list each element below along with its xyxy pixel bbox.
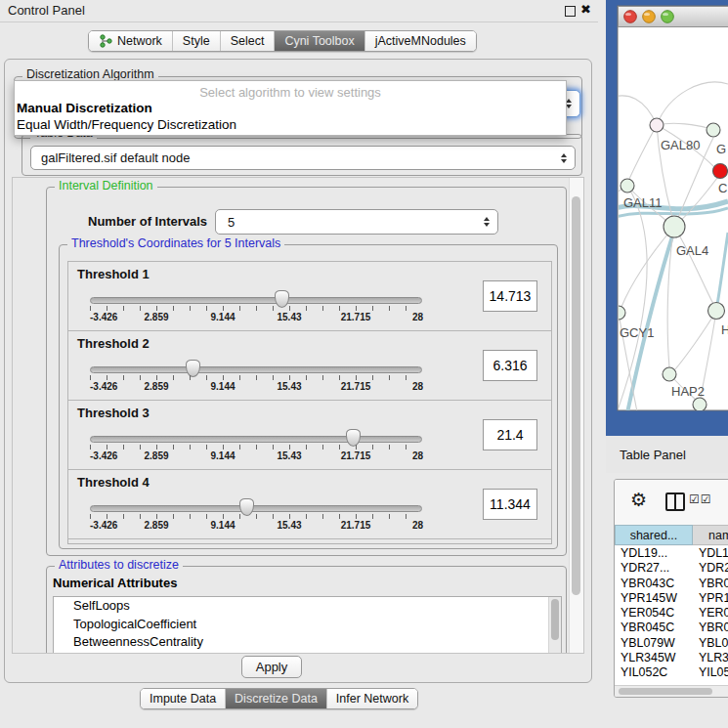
threshold-2-value-field[interactable]: 6.316 (483, 350, 537, 381)
slider-ticks (90, 445, 422, 450)
table-row[interactable]: YBR043CYBR043C (615, 577, 728, 591)
node-label: HAP2 (671, 384, 705, 399)
app-root: Control Panel ✖ Network Style Select Cyn… (0, 0, 728, 728)
tab-select[interactable]: Select (220, 31, 275, 51)
slider-track[interactable] (90, 505, 422, 512)
mac-minimize-icon[interactable] (643, 11, 656, 23)
scrollbar-thumb[interactable] (551, 599, 559, 640)
attributes-list: SelfLoops TopologicalCoefficient Between… (53, 596, 562, 654)
algorithm-dropdown-popup: Select algorithm to view settings Manual… (14, 80, 567, 136)
tab-infer-network[interactable]: Infer Network (326, 689, 417, 708)
threshold-4-value-field[interactable]: 11.344 (483, 489, 537, 520)
node[interactable] (708, 303, 725, 320)
settings-scrollbar[interactable] (569, 178, 583, 653)
highlight (663, 13, 668, 16)
list-item[interactable]: TopologicalCoefficient (54, 616, 561, 634)
columns-icon[interactable] (665, 492, 685, 511)
slider-tick-labels: -3.4262.8599.14415.4321.71528 (90, 450, 422, 462)
highlight (625, 13, 631, 16)
list-item[interactable]: SelfLoops (54, 597, 561, 616)
threshold-4-slider[interactable]: -3.4262.8599.14415.4321.71528 (90, 497, 422, 533)
column-header-shared-name[interactable]: shared... (615, 525, 693, 545)
node-gal4[interactable] (664, 216, 685, 237)
threshold-2-slider[interactable]: -3.4262.8599.14415.4321.71528 (90, 359, 422, 394)
dropdown-option-manual[interactable]: Manual Discretization (17, 101, 152, 115)
tab-style[interactable]: Style (172, 31, 220, 51)
control-panel-tabs: Network Style Select Cyni Toolbox jActiv… (88, 30, 477, 52)
table-row[interactable]: YER054CYER054C (615, 606, 728, 621)
thresholds-group: Threshold's Coordinates for 5 Intervals … (59, 244, 558, 549)
select-columns-icons[interactable]: ☑☑ (689, 492, 712, 506)
bottom-tabs: Impute Data Discretize Data Infer Networ… (140, 688, 418, 709)
slider-tick-labels: -3.4262.8599.14415.4321.71528 (90, 312, 422, 323)
tab-jactivemnodules[interactable]: jActiveMNodules (364, 31, 476, 51)
table-row[interactable]: YBL079WYBL079W (615, 636, 728, 651)
table-row[interactable]: YBR045CYBR045C (615, 621, 728, 635)
tab-network[interactable]: Network (89, 31, 172, 51)
tab-impute-data[interactable]: Impute Data (141, 689, 225, 708)
node-gcy1[interactable] (612, 306, 625, 320)
apply-button[interactable]: Apply (241, 656, 302, 678)
table-data-value: galFiltered.sif default node (31, 150, 561, 165)
tab-cyni-toolbox[interactable]: Cyni Toolbox (274, 31, 364, 51)
attributes-group: Attributes to discretize Numerical Attri… (46, 566, 567, 654)
table-row[interactable]: YDR27...YDR27 (615, 561, 728, 576)
table-panel: ⚙ ☑☑ shared... name YDL19...YDL19 YDR27.… (614, 479, 728, 698)
table-panel-titlebar: Table Panel (606, 436, 728, 473)
list-scrollbar[interactable] (548, 597, 561, 654)
table-row[interactable]: YLR345WYLR345W (615, 651, 728, 665)
column-header-name[interactable]: name (693, 525, 728, 545)
node-label: GCY1 (620, 325, 654, 340)
node-gal80[interactable] (650, 118, 664, 132)
settings-scroll-area: Interval Definition Number of Intervals … (12, 177, 584, 654)
scrollbar-thumb[interactable] (572, 196, 580, 595)
interval-definition-group: Interval Definition Number of Intervals … (46, 187, 567, 556)
slider-ticks (90, 306, 422, 311)
table-data-group: Table Data galFiltered.sif default node (21, 134, 582, 176)
number-of-intervals-value: 5 (216, 215, 484, 230)
dropdown-option-equal-width[interactable]: Equal Width/Frequency Discretization (17, 117, 236, 132)
node[interactable] (693, 398, 707, 411)
list-item[interactable]: BetweennessCentrality (54, 633, 561, 652)
table-toolbar: ⚙ ☑☑ (615, 480, 728, 523)
threshold-1-panel: Threshold 1 -3.4262.8599.14415.4321.7152… (67, 261, 552, 331)
threshold-3-slider[interactable]: -3.4262.8599.14415.4321.71528 (90, 428, 422, 463)
mac-close-icon[interactable] (624, 11, 637, 23)
threshold-3-value-field[interactable]: 21.4 (483, 419, 537, 450)
node-label: G (716, 142, 726, 156)
highlight (644, 13, 650, 16)
network-view-window[interactable]: GAL80 G C GAL11 GAL4 GCY1 H HAP2 (606, 0, 728, 436)
dropdown-placeholder: Select algorithm to view settings (15, 85, 566, 100)
tab-discretize-data[interactable]: Discretize Data (225, 689, 326, 708)
scrollbar-thumb[interactable] (619, 688, 712, 695)
group-title: Threshold's Coordinates for 5 Intervals (67, 236, 284, 250)
threshold-1-slider[interactable]: -3.4262.8599.14415.4321.71528 (90, 289, 422, 324)
table-data-combo[interactable]: galFiltered.sif default node (30, 146, 576, 170)
float-window-icon[interactable] (565, 6, 576, 17)
threshold-1-value-field[interactable]: 14.713 (483, 280, 537, 312)
node[interactable] (707, 123, 720, 137)
mac-zoom-icon[interactable] (662, 11, 674, 23)
slider-track[interactable] (90, 297, 422, 304)
table-panel-title: Table Panel (620, 448, 686, 462)
close-icon[interactable]: ✖ (580, 2, 591, 17)
node-red[interactable] (713, 164, 728, 179)
threshold-label: Threshold 3 (77, 406, 150, 420)
table-row[interactable]: YDL19...YDL19 (615, 546, 728, 561)
number-of-intervals-combo[interactable]: 5 (215, 209, 498, 235)
gear-icon[interactable]: ⚙ (630, 489, 647, 511)
threshold-label: Threshold 2 (77, 336, 150, 351)
slider-ticks (90, 375, 422, 380)
slider-track[interactable] (90, 436, 422, 443)
thresholds-panel: Threshold 1 -3.4262.8599.14415.4321.7152… (67, 261, 552, 544)
group-title: Discretization Algorithm (22, 67, 158, 81)
table-horizontal-scrollbar[interactable] (615, 685, 728, 697)
node-gal11[interactable] (621, 179, 634, 193)
node-label: H (721, 322, 728, 337)
node-label: GAL11 (623, 195, 663, 210)
threshold-3-panel: Threshold 3 -3.4262.8599.14415.4321.7152… (67, 400, 552, 470)
slider-track[interactable] (90, 366, 422, 373)
table-row[interactable]: YPR145WYPR145W (615, 591, 728, 606)
table-row[interactable]: YIL052CYIL052C (615, 665, 728, 680)
node-hap2[interactable] (663, 367, 676, 381)
